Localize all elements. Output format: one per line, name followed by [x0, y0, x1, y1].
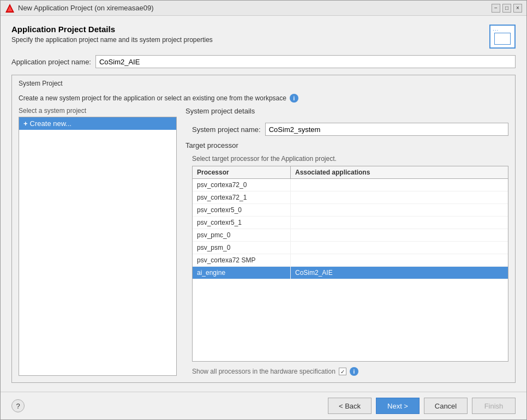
target-processor-section: Target processor Select target processor… [185, 141, 508, 376]
cell-assoc [291, 254, 508, 266]
processor-desc: Select target processor for the Applicat… [192, 155, 508, 163]
bottom-right-buttons: < Back Next > Cancel Finish [328, 398, 516, 414]
system-project-list[interactable]: + Create new... [19, 117, 177, 376]
system-project-group: System Project Create a new system proje… [11, 75, 516, 383]
left-panel-label: Select a system project [19, 107, 177, 115]
show-all-info-icon[interactable]: i [350, 367, 358, 376]
table-row[interactable]: psv_cortexr5_0 [193, 204, 508, 217]
plus-icon: + [23, 119, 28, 128]
cell-processor: psv_cortexa72 SMP [193, 254, 291, 266]
back-button[interactable]: < Back [328, 398, 372, 414]
app-logo-icon [5, 3, 15, 13]
group-info-icon[interactable]: i [290, 94, 298, 103]
minimize-button[interactable]: − [492, 4, 500, 13]
col-assoc-header: Associated applications [291, 166, 508, 178]
maximize-button[interactable]: □ [502, 4, 511, 13]
main-window: New Application Project (on xiremeasae09… [0, 0, 527, 420]
bottom-bar: ? < Back Next > Cancel Finish [1, 392, 526, 419]
window-title: New Application Project (on xiremeasae09… [18, 4, 154, 12]
app-project-name-input[interactable] [95, 55, 516, 68]
app-project-name-label: Application project name: [11, 58, 91, 66]
sys-project-name-input[interactable] [265, 123, 508, 136]
content-area: Application Project Details Specify the … [1, 16, 526, 392]
processor-table: Processor Associated applications psv_co… [192, 166, 508, 362]
page-title: Application Project Details [11, 25, 213, 34]
sys-project-name-row: System project name: [192, 123, 508, 136]
table-row[interactable]: psv_psm_0 [193, 242, 508, 254]
cell-assoc [291, 217, 508, 229]
show-all-checkbox[interactable] [339, 368, 346, 375]
app-project-name-row: Application project name: [11, 55, 516, 68]
two-col-layout: Select a system project + Create new... … [19, 107, 508, 376]
page-subtitle: Specify the application project name and… [11, 36, 213, 44]
cancel-button[interactable]: Cancel [424, 398, 468, 414]
cell-processor: ai_engine [193, 267, 291, 279]
table-row[interactable]: psv_cortexa72_0 [193, 179, 508, 191]
cell-processor: psv_cortexr5_0 [193, 204, 291, 216]
cell-processor: psv_cortexa72_0 [193, 179, 291, 191]
title-bar: New Application Project (on xiremeasae09… [1, 1, 526, 16]
cell-assoc [291, 242, 508, 254]
close-button[interactable]: × [513, 4, 522, 13]
page-header: Application Project Details Specify the … [11, 25, 516, 49]
table-row[interactable]: psv_cortexa72_1 [193, 191, 508, 204]
right-panel: System project details System project na… [185, 107, 508, 376]
cell-assoc [291, 204, 508, 216]
col-processor-header: Processor [193, 166, 291, 178]
table-row[interactable]: psv_cortexr5_1 [193, 217, 508, 229]
group-desc: Create a new system project for the appl… [19, 94, 508, 103]
title-bar-controls: − □ × [492, 4, 522, 13]
cell-assoc [291, 191, 508, 203]
page-header-text: Application Project Details Specify the … [11, 25, 213, 44]
show-all-row: Show all processors in the hardware spec… [192, 367, 508, 376]
wizard-icon-inner [494, 33, 511, 45]
table-header: Processor Associated applications [193, 166, 508, 179]
target-processor-title: Target processor [185, 141, 508, 149]
cell-assoc [291, 179, 508, 191]
cell-processor: psv_cortexr5_1 [193, 217, 291, 229]
cell-processor: psv_psm_0 [193, 242, 291, 254]
cell-processor: psv_cortexa72_1 [193, 191, 291, 203]
wizard-icon [489, 25, 516, 49]
table-row[interactable]: psv_pmc_0 [193, 229, 508, 242]
group-desc-text: Create a new system project for the appl… [19, 94, 286, 102]
show-all-label: Show all processors in the hardware spec… [192, 368, 336, 375]
create-new-item[interactable]: + Create new... [19, 117, 176, 130]
table-row[interactable]: ai_engineCoSim2_AIE [193, 267, 508, 279]
cell-assoc: CoSim2_AIE [291, 267, 508, 279]
left-panel: Select a system project + Create new... [19, 107, 177, 376]
cell-processor: psv_pmc_0 [193, 229, 291, 241]
group-legend: System Project [19, 80, 508, 87]
sys-project-name-label: System project name: [192, 125, 261, 134]
create-new-label: Create new... [30, 119, 72, 128]
processor-table-body[interactable]: psv_cortexa72_0psv_cortexa72_1psv_cortex… [193, 179, 508, 361]
next-button[interactable]: Next > [376, 398, 420, 414]
table-row[interactable]: psv_cortexa72 SMP [193, 254, 508, 267]
help-button[interactable]: ? [11, 399, 25, 412]
title-bar-left: New Application Project (on xiremeasae09… [5, 3, 154, 13]
system-project-details-title: System project details [185, 107, 508, 115]
finish-button[interactable]: Finish [472, 398, 516, 414]
cell-assoc [291, 229, 508, 241]
